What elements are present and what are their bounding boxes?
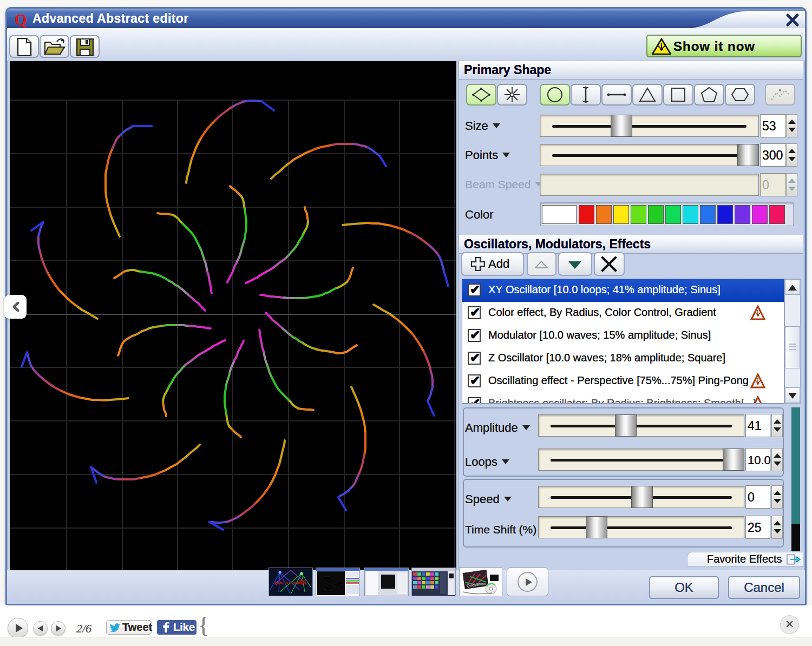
svg-text:QUICKSHOW: QUICKSHOW xyxy=(274,581,302,585)
svg-text:QL: QL xyxy=(299,579,308,585)
